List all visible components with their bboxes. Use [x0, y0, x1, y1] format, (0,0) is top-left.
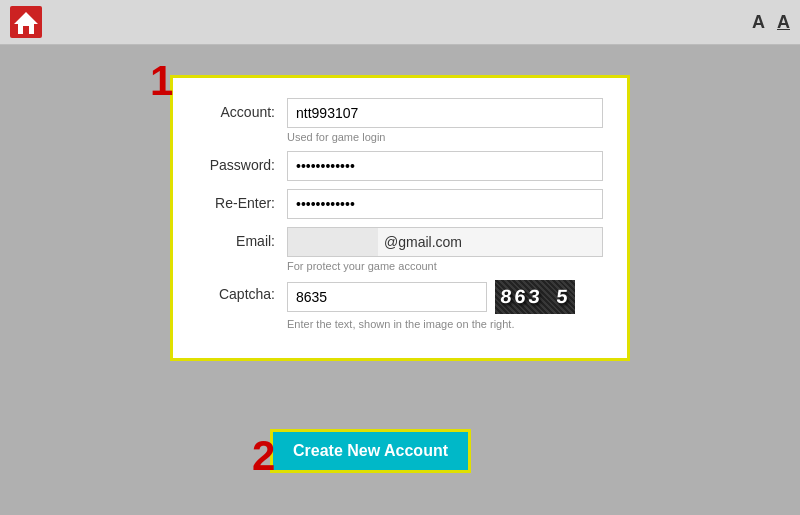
password-field-wrapper: [287, 151, 603, 181]
account-hint: Used for game login: [287, 131, 603, 143]
registration-form: Account: Used for game login Password: R…: [170, 75, 630, 361]
password-input[interactable]: [287, 151, 603, 181]
home-icon[interactable]: [10, 6, 42, 38]
font-size-normal-button[interactable]: A: [752, 12, 765, 33]
captcha-field-wrapper: 863 5 Enter the text, shown in the image…: [287, 280, 575, 330]
account-label: Account:: [197, 98, 287, 120]
create-account-button[interactable]: Create New Account: [270, 429, 471, 473]
top-bar-left: [10, 6, 42, 38]
email-prefix-input[interactable]: [288, 228, 378, 256]
password-label: Password:: [197, 151, 287, 173]
email-suffix: @gmail.com: [378, 228, 468, 256]
captcha-input-image-wrapper: 863 5: [287, 280, 575, 314]
email-label: Email:: [197, 227, 287, 249]
email-row: Email: @gmail.com For protect your game …: [197, 227, 603, 272]
reenter-field-wrapper: [287, 189, 603, 219]
create-button-wrapper: Create New Account: [270, 429, 471, 473]
step-1-label: 1: [150, 60, 173, 102]
account-input[interactable]: [287, 98, 603, 128]
captcha-image: 863 5: [495, 280, 575, 314]
email-field-wrapper: @gmail.com For protect your game account: [287, 227, 603, 272]
font-size-underline-button[interactable]: A: [777, 12, 790, 33]
svg-rect-2: [23, 26, 29, 34]
top-bar: A A: [0, 0, 800, 45]
reenter-input[interactable]: [287, 189, 603, 219]
reenter-row: Re-Enter:: [197, 189, 603, 219]
top-bar-right: A A: [752, 12, 790, 33]
captcha-hint: Enter the text, shown in the image on th…: [287, 318, 575, 330]
captcha-input[interactable]: [287, 282, 487, 312]
account-row: Account: Used for game login: [197, 98, 603, 143]
password-row: Password:: [197, 151, 603, 181]
captcha-label: Captcha:: [197, 280, 287, 302]
captcha-row: Captcha: 863 5 Enter the text, shown in …: [197, 280, 603, 330]
email-input-wrapper: @gmail.com: [287, 227, 603, 257]
main-content: 1 Account: Used for game login Password:…: [0, 45, 800, 515]
captcha-image-text: 863 5: [499, 286, 571, 309]
account-field-wrapper: Used for game login: [287, 98, 603, 143]
step-2-label: 2: [252, 435, 275, 477]
email-hint: For protect your game account: [287, 260, 603, 272]
reenter-label: Re-Enter:: [197, 189, 287, 211]
